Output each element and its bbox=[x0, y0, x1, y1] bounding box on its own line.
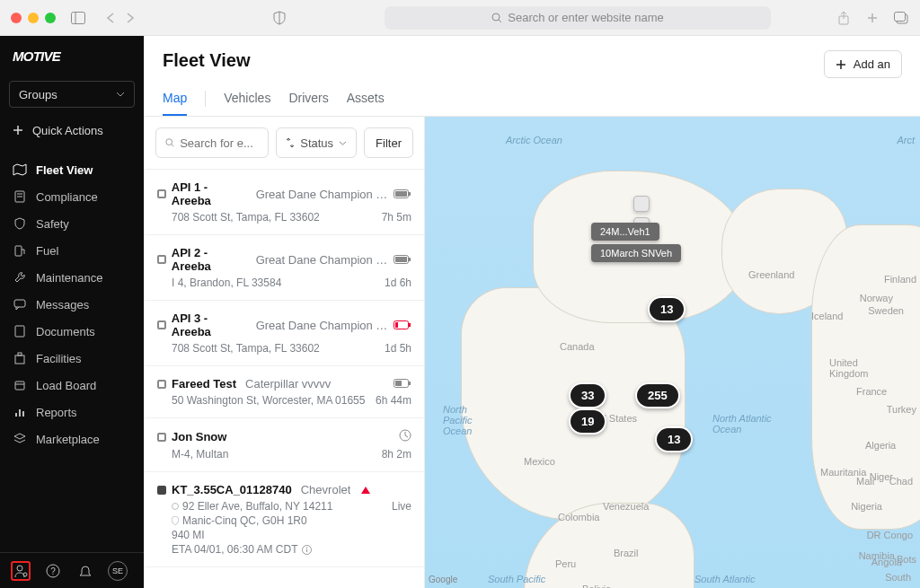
svg-point-3 bbox=[492, 13, 500, 21]
svg-rect-21 bbox=[15, 355, 24, 364]
info-icon[interactable] bbox=[302, 545, 312, 555]
map-cluster[interactable]: 255 bbox=[635, 382, 680, 408]
sidebar-item-documents[interactable]: Documents bbox=[0, 318, 144, 345]
map-label: North Atlantic Ocean bbox=[712, 413, 775, 434]
map-label: Arct bbox=[897, 135, 915, 145]
logo: MOTIVE bbox=[0, 36, 144, 77]
sidebar-item-fleet-view[interactable]: Fleet View bbox=[0, 156, 144, 183]
search-input[interactable] bbox=[180, 136, 259, 150]
map-pin-label[interactable]: 10March SNVeh bbox=[591, 244, 681, 262]
new-tab-icon[interactable] bbox=[864, 10, 880, 26]
alert-icon bbox=[361, 487, 370, 494]
sidebar-item-safety[interactable]: Safety bbox=[0, 210, 144, 237]
map-label: United Kingdom bbox=[829, 357, 874, 379]
map-pin[interactable] bbox=[633, 196, 650, 212]
battery-low-icon bbox=[394, 319, 411, 332]
map-label: Bolivia bbox=[582, 584, 611, 588]
list-item[interactable]: API 3 - AreebaGreat Dane Champion C... 7… bbox=[145, 301, 424, 366]
map-cluster[interactable]: 13 bbox=[648, 296, 686, 322]
map-pin-label[interactable]: 24M...Veh1 bbox=[591, 223, 659, 241]
list-item[interactable]: API 2 - AreebaGreat Dane Champion C... I… bbox=[145, 235, 424, 301]
list-item[interactable]: Fareed TestCaterpillar vvvvv 50 Washingt… bbox=[145, 366, 424, 418]
tab-assets[interactable]: Assets bbox=[347, 91, 385, 116]
folder-icon bbox=[13, 324, 27, 338]
svg-rect-9 bbox=[895, 12, 906, 21]
list-item[interactable]: KT_3.55CA_01128740Chevrolet 92 Eller Ave… bbox=[145, 472, 424, 567]
map-cluster[interactable]: 33 bbox=[569, 382, 606, 408]
list-item[interactable]: API 1 - AreebaGreat Dane Champion C... 7… bbox=[145, 170, 424, 235]
list-search[interactable] bbox=[155, 127, 269, 158]
map-label: Venezuela bbox=[603, 501, 649, 512]
sidebar-item-maintenance[interactable]: Maintenance bbox=[0, 264, 144, 291]
tabs-overview-icon[interactable] bbox=[893, 10, 909, 26]
map-icon bbox=[13, 162, 27, 177]
sidebar-item-marketplace[interactable]: Marketplace bbox=[0, 426, 144, 452]
svg-rect-23 bbox=[15, 382, 24, 390]
notifications-button[interactable] bbox=[75, 561, 95, 581]
address-bar[interactable]: Search or enter website name bbox=[385, 6, 771, 30]
user-avatar[interactable]: SE bbox=[108, 561, 128, 581]
sidebar-item-reports[interactable]: Reports bbox=[0, 399, 144, 426]
filter-button[interactable]: Filter bbox=[364, 127, 413, 158]
sidebar-toggle-icon[interactable] bbox=[70, 10, 86, 26]
map-canvas[interactable]: Arctic Ocean Arct North Pacific Ocean No… bbox=[425, 117, 920, 588]
share-icon[interactable] bbox=[836, 10, 852, 26]
user-settings-button[interactable] bbox=[11, 561, 31, 581]
groups-dropdown[interactable]: Groups bbox=[9, 81, 135, 108]
maximize-window[interactable] bbox=[45, 13, 56, 23]
map-label: Sweden bbox=[868, 305, 904, 316]
map-cluster[interactable]: 13 bbox=[655, 426, 693, 452]
svg-rect-41 bbox=[395, 257, 407, 262]
sidebar-item-fuel[interactable]: Fuel bbox=[0, 237, 144, 264]
svg-rect-22 bbox=[18, 353, 22, 355]
map-label: South bbox=[885, 572, 911, 583]
map-label: Greenland bbox=[748, 269, 794, 280]
tab-vehicles[interactable]: Vehicles bbox=[224, 91, 270, 116]
map-label: Arctic Ocean bbox=[506, 135, 562, 145]
svg-rect-48 bbox=[409, 382, 411, 385]
back-icon[interactable] bbox=[102, 10, 119, 26]
privacy-icon[interactable] bbox=[271, 10, 288, 26]
quick-actions-label: Quick Actions bbox=[32, 124, 103, 137]
battery-full-icon bbox=[394, 188, 411, 201]
sidebar-nav: Fleet View Compliance Safety Fuel Mainte… bbox=[0, 156, 144, 452]
tab-map[interactable]: Map bbox=[163, 91, 187, 116]
map-label: Iceland bbox=[811, 311, 843, 321]
groups-label: Groups bbox=[19, 88, 58, 101]
map-label: Peru bbox=[555, 558, 576, 569]
status-dropdown[interactable]: Status bbox=[276, 127, 357, 158]
entity-list[interactable]: API 1 - AreebaGreat Dane Champion C... 7… bbox=[145, 170, 424, 588]
sidebar-item-messages[interactable]: Messages bbox=[0, 291, 144, 318]
status-dot bbox=[157, 255, 166, 264]
svg-marker-28 bbox=[14, 434, 25, 439]
fuel-icon bbox=[13, 243, 27, 258]
page-title: Fleet View bbox=[163, 50, 250, 71]
close-window[interactable] bbox=[11, 13, 22, 23]
tab-drivers[interactable]: Drivers bbox=[288, 91, 328, 116]
search-icon bbox=[165, 137, 174, 148]
quick-actions-button[interactable]: Quick Actions bbox=[9, 117, 135, 144]
list-item[interactable]: Jon Snow M-4, Multan8h 2m bbox=[145, 418, 424, 472]
svg-rect-16 bbox=[15, 246, 22, 256]
map-cluster[interactable]: 19 bbox=[569, 408, 606, 434]
add-button[interactable]: Add an bbox=[824, 50, 902, 78]
svg-point-35 bbox=[166, 139, 172, 145]
forward-icon[interactable] bbox=[122, 10, 138, 26]
map-label: North Pacific Ocean bbox=[443, 404, 497, 436]
svg-line-36 bbox=[172, 145, 174, 147]
sidebar-item-load-board[interactable]: Load Board bbox=[0, 372, 144, 399]
window-controls[interactable] bbox=[11, 13, 56, 23]
building-icon bbox=[13, 351, 27, 365]
map-label: Algeria bbox=[865, 440, 896, 451]
help-button[interactable]: ? bbox=[43, 561, 63, 581]
sidebar-item-facilities[interactable]: Facilities bbox=[0, 345, 144, 372]
svg-point-29 bbox=[17, 566, 22, 571]
svg-text:?: ? bbox=[50, 566, 56, 576]
map-label: Norway bbox=[860, 293, 893, 303]
minimize-window[interactable] bbox=[28, 13, 39, 23]
sidebar-item-compliance[interactable]: Compliance bbox=[0, 183, 144, 210]
map-label: Brazil bbox=[614, 548, 639, 558]
svg-rect-38 bbox=[395, 191, 407, 197]
map-label: Colombia bbox=[558, 512, 599, 522]
map-label: Chad bbox=[889, 476, 913, 487]
